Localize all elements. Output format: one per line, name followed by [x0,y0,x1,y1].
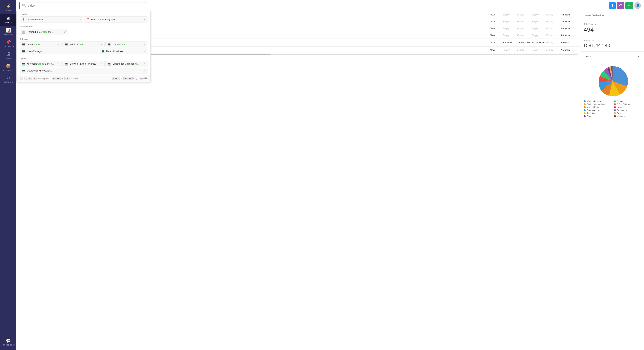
result-text-9: Microsoft Office Servic... [27,62,56,65]
search-box[interactable]: 🔍 [20,2,146,9]
result-office-belgrano[interactable]: 📍 Office Belgrano ↗ [20,16,83,22]
result-link-11[interactable]: ↗ [143,62,146,65]
nav-hint-enter: ENTER or TAB to select [52,77,80,80]
total-cost-value: D 81,447.40 [584,43,641,48]
sidebar-item-settings[interactable]: ⚙ SETTINGS [0,73,16,85]
result-new-office-belgrano[interactable]: 📍 New Office- Belgrano ↗ [84,16,148,22]
info-button[interactable]: ℹ [609,2,616,9]
legend-label-buenos-aires: Buenos Aires [587,109,599,111]
result-link-4[interactable]: ↗ [58,43,60,46]
result-libreoffice[interactable]: 💻 LibreOffice ↗ [105,41,148,47]
legend-dot-misiones [614,115,616,117]
arrow-right-key: → [33,77,37,80]
avatar-button[interactable]: 👤 [634,2,641,9]
sidebar-item-service-desk[interactable]: 💬 SERVICE DESK [0,336,16,348]
state-3: New [490,27,501,30]
field4-5: Empty [546,41,559,44]
result-text-10: Service Pack for Micros... [70,62,99,65]
ctrl-key: CTRL [112,77,120,80]
total-cost-block: Total Cost D 81,447.40 [581,36,644,52]
sidebar-item-software[interactable]: 📊 SOFTWARE [0,26,16,38]
result-link-5[interactable]: ↗ [100,43,102,46]
or-text: or [62,77,64,80]
result-link-6[interactable]: ↗ [143,43,146,46]
sidebar-item-other-cis[interactable]: 📦 OTHER CIs [0,61,16,73]
legend-item-mar-del-plata: Mar del Plata [584,106,611,108]
result-openoffice[interactable]: 💻 OpenOffice ↗ [20,41,62,47]
legend-item-others: Others [614,100,641,102]
sidebar-item-home[interactable]: ⚡ HOME [0,2,16,14]
result-update-ms-o1[interactable]: 💻 Update for Microsoft O... ↗ [105,61,148,67]
result-text-12: Update for Microsoft O... [27,69,142,72]
field4-6: Empty [546,49,559,51]
legend-dot-datacenter [614,109,616,111]
result-link-3[interactable]: ↗ [64,30,66,33]
result-link-1[interactable]: ↗ [79,18,81,21]
location-title: Location [20,13,148,15]
legend-item-rack: Rack [614,112,641,114]
result-text-1: Office Belgrano [27,18,78,21]
legend-label-without-location: Without location [587,100,601,102]
result-debian-libreoffice[interactable]: 🏢 Debian LibreOffice Mai... ↗ [20,29,68,35]
result-wps-office[interactable]: 💻 WPS Office ↗ [62,41,104,47]
search-input[interactable] [28,4,144,7]
right-panel: Unidentified Devices Total Assets 494 To… [580,11,644,350]
result-link-9[interactable]: ↗ [58,62,60,65]
result-link-8[interactable]: ↗ [143,50,146,53]
tag-button[interactable]: 🏷 [617,2,624,9]
manufacturer-title: Manufacturer [20,25,148,28]
legend-item-argentina: Argentina [584,112,611,114]
legend-dot-mar-del-plata [584,106,586,108]
legend-dot-others [614,100,616,102]
sidebar-item-assets[interactable]: 🖥 ASSETS [0,14,16,26]
nav-hint-ctrl: CTRL + ENTER to go to profile [112,77,148,80]
legend-dot-oficina-vicente-lopez [584,103,586,105]
result-link-2[interactable]: ↗ [143,18,146,21]
mfr-icon-1: 🏢 [22,30,25,34]
legend-dot-without-location [584,100,586,102]
result-link-12[interactable]: ↗ [143,69,146,72]
result-text-2: New Office- Belgrano [91,18,142,21]
sidebar-label-service-desk: SERVICE DESK [2,344,15,346]
enter-hint-label: to select [71,77,80,80]
location-icon-1: 📍 [22,18,25,21]
legend-label-home: Home [617,106,622,108]
upd-icon-4: 💻 [22,69,25,72]
result-text-7: libreoffice-gtk [27,50,92,53]
result-service-pack[interactable]: 💻 Service Pack for Micros... ↗ [62,61,104,67]
field3-2: Empty [532,20,545,23]
arrow-down-key: ↓ [24,77,27,80]
sidebar-label-cmdb: CMDB [6,57,11,59]
filter-dropdown[interactable]: Filter... ▾ [584,54,641,59]
legend-dot-buenos-aires [584,109,586,111]
field2-5: ...nte Lopez [517,41,530,44]
manufacturer-results: 🏢 Debian LibreOffice Mai... ↗ [20,29,148,35]
field3-6: Empty [532,49,545,51]
result-link-7[interactable]: ↗ [94,50,96,53]
sidebar-item-contracts[interactable]: 📌 CONTRACTS [0,38,16,49]
software-icon: 📊 [6,28,11,33]
total-assets-block: Total Assets 494 [581,20,644,36]
manufacturer-2: Amazon [561,20,578,23]
result-libreoffice-gtk[interactable]: 💻 libreoffice-gtk ↗ [20,48,98,54]
result-text-3: Debian LibreOffice Mai... [27,30,62,33]
result-link-10[interactable]: ↗ [100,62,102,65]
result-libreoffice-base[interactable]: 💻 libreoffice-base ↗ [99,48,148,54]
legend-item-oficina-vicente-lopez: Oficina Vicente Lopez [584,103,611,105]
sidebar-label-assets: ASSETS [5,22,12,23]
sidebar-item-cmdb[interactable]: 🗄 CMDB [0,49,16,61]
legend-label-others: Others [617,100,623,102]
search-icon: 🔍 [22,3,26,8]
field2-4: Empty [517,34,530,37]
legend-item-home: Home [614,106,641,108]
legend-label-pipa: Pipa [587,115,591,117]
legend-item-datacenter: Datacenter [614,109,641,111]
add-button[interactable]: ＋ [625,2,633,9]
legend-item-misiones: Misiones [614,115,641,117]
field2-6: Empty [517,49,530,51]
result-ms-office-service[interactable]: 💻 Microsoft Office Servic... ↗ [20,61,62,67]
legend-label-misiones: Misiones [617,115,625,117]
state-2: New [490,20,501,23]
result-update-ms-o2[interactable]: 💻 Update for Microsoft O... ↗ [20,68,148,74]
nav-hint-label: to navigate [38,77,49,80]
